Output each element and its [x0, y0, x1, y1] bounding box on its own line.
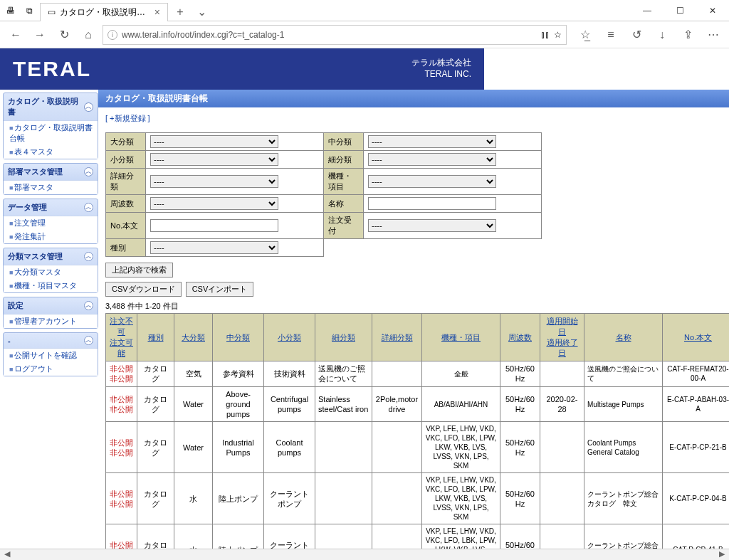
chevron-up-icon[interactable]: ︿	[84, 301, 93, 310]
sidebar-item[interactable]: カタログ・取扱説明書台帳	[4, 121, 98, 145]
close-icon[interactable]: ×	[154, 7, 160, 17]
sort-link[interactable]: 適用終了日	[547, 338, 578, 357]
sort-link[interactable]: 詳細分類	[382, 333, 413, 342]
chevron-up-icon[interactable]: ︿	[84, 167, 93, 176]
unpublish-link[interactable]: 非公開	[110, 438, 133, 447]
column-header: 名称	[584, 314, 663, 361]
home-button[interactable]: ⌂	[78, 25, 98, 45]
sidebar-item[interactable]: 大分類マスタ	[4, 265, 98, 279]
sidebar-item[interactable]: 機種・項目マスタ	[4, 279, 98, 292]
cell-publish: 非公開非公開	[106, 473, 137, 524]
downloads-icon[interactable]: ↓	[652, 25, 672, 45]
back-button[interactable]: ←	[6, 25, 26, 45]
sort-link[interactable]: 名称	[616, 333, 631, 342]
close-button[interactable]: ✕	[696, 0, 729, 21]
sidebar-section-header[interactable]: データ管理︿	[4, 199, 98, 216]
unpublish-link[interactable]: 非公開	[110, 364, 133, 373]
reading-list-icon[interactable]: ≡	[601, 25, 621, 45]
chevron-up-icon[interactable]: ︿	[84, 252, 93, 261]
unpublish-link[interactable]: 非公開	[110, 448, 133, 457]
input-name[interactable]	[368, 197, 496, 210]
select-shobunrui[interactable]: ----	[150, 153, 278, 166]
select-type[interactable]: ----	[150, 241, 278, 254]
select-hz[interactable]: ----	[150, 197, 278, 210]
info-icon[interactable]: i	[107, 30, 117, 40]
address-bar[interactable]: i www.teral.info/root/index.cgi?c=t_cata…	[103, 25, 567, 45]
sort-link[interactable]: 機種・項目	[441, 333, 481, 342]
cell: VKP, LFE, LHW, VKD, VKC, LFO, LBK, LPW, …	[422, 422, 500, 473]
chevron-up-icon[interactable]: ︿	[84, 336, 93, 345]
minimize-button[interactable]: —	[631, 0, 664, 21]
sort-link[interactable]: 大分類	[182, 333, 205, 342]
sidebar-item[interactable]: 発注集計	[4, 230, 98, 243]
select-chubunrui[interactable]: ----	[368, 135, 496, 148]
unpublish-link[interactable]: 非公開	[110, 374, 133, 383]
csv-download-button[interactable]: CSVダウンロード	[105, 282, 182, 297]
scroll-right-icon[interactable]: ▶	[719, 549, 725, 560]
unpublish-link[interactable]: 非公開	[110, 500, 133, 508]
reading-view-icon[interactable]: ⫿⫿	[541, 30, 550, 40]
select-shosaibunrui[interactable]: ----	[150, 175, 278, 188]
sort-link[interactable]: 注文可能	[110, 338, 133, 357]
chevron-up-icon[interactable]: ︿	[84, 102, 93, 112]
sidebar-item[interactable]: 公開サイトを確認	[4, 349, 98, 362]
select-daibunrui[interactable]: ----	[150, 135, 278, 148]
maximize-button[interactable]: ☐	[664, 0, 696, 21]
select-saibunrui[interactable]: ----	[368, 153, 496, 166]
forward-button[interactable]: →	[30, 25, 50, 45]
tab-chevron-icon[interactable]: ⌄	[192, 5, 211, 19]
unpublish-link[interactable]: 非公開	[110, 541, 133, 549]
more-icon[interactable]: ⋯	[703, 25, 723, 45]
sidebar-section-header[interactable]: 分類マスタ管理︿	[4, 248, 98, 265]
cell: 陸上ポンプ	[213, 473, 264, 524]
sort-link[interactable]: 注文不可	[110, 317, 133, 336]
table-row: 非公開非公開カタログ水陸上ポンプクーラントポンプVKP, LFE, LHW, V…	[106, 473, 730, 524]
refresh-button[interactable]: ↻	[54, 25, 74, 45]
sort-link[interactable]: 細分類	[332, 333, 355, 342]
sidebar-section-title: 部署マスタ管理	[8, 167, 63, 177]
search-button[interactable]: 上記内容で検索	[105, 263, 173, 278]
unpublish-link[interactable]: 非公開	[110, 490, 133, 498]
new-tab-button[interactable]: +	[171, 6, 189, 19]
sort-link[interactable]: 適用開始日	[547, 317, 578, 336]
select-kishu[interactable]: ----	[368, 175, 496, 188]
input-no[interactable]	[150, 219, 278, 232]
browser-tab[interactable]: ▭ カタログ・取扱説明書台帳 ×	[40, 3, 168, 21]
cell	[315, 473, 372, 524]
cell	[315, 422, 372, 473]
sidebar-section-header[interactable]: カタログ・取扱説明書︿	[4, 93, 98, 121]
sort-link[interactable]: No.本文	[684, 333, 712, 342]
sidebar-item[interactable]: ログアウト	[4, 362, 98, 376]
scroll-left-icon[interactable]: ◀	[4, 549, 10, 560]
unpublish-link[interactable]: 非公開	[110, 395, 133, 403]
sidebar-section-header[interactable]: 部署マスタ管理︿	[4, 164, 98, 181]
favorite-icon[interactable]: ☆	[554, 30, 562, 40]
select-order[interactable]: ----	[368, 219, 496, 232]
sidebar-item[interactable]: 部署マスタ	[4, 181, 98, 194]
cell-publish: 非公開非公開	[106, 361, 137, 387]
favorites-icon[interactable]: ☆̲	[575, 25, 595, 45]
url-text: www.teral.info/root/index.cgi?c=t_catalo…	[122, 30, 537, 40]
sidebar-section-header[interactable]: 設定︿	[4, 297, 98, 315]
cell: カタログ	[137, 422, 174, 473]
sort-link[interactable]: 中分類	[226, 333, 250, 342]
new-register-link[interactable]: [ +新規登録 ]	[105, 114, 150, 122]
cell: 参考資料	[213, 361, 264, 387]
share-icon[interactable]: ⇪	[678, 25, 698, 45]
chevron-up-icon[interactable]: ︿	[84, 203, 93, 212]
sort-link[interactable]: 小分類	[278, 333, 301, 342]
cell: 50Hz/60Hz	[500, 473, 540, 524]
cell: クーラントポンプ	[264, 473, 315, 524]
browser-navbar: ← → ↻ ⌂ i www.teral.info/root/index.cgi?…	[0, 21, 729, 48]
sort-link[interactable]: 周波数	[508, 333, 532, 342]
sidebar-section-header[interactable]: -︿	[4, 333, 98, 349]
sidebar-item[interactable]: 表４マスタ	[4, 145, 98, 159]
sidebar-item[interactable]: 管理者アカウント	[4, 315, 98, 328]
unpublish-link[interactable]: 非公開	[110, 405, 133, 413]
label-type: 種別	[106, 239, 146, 257]
history-icon[interactable]: ↺	[626, 25, 646, 45]
csv-import-button[interactable]: CSVインポート	[186, 282, 254, 297]
sort-link[interactable]: 種別	[148, 333, 164, 342]
sidebar-item[interactable]: 注文管理	[4, 216, 98, 230]
table-row: 非公開非公開カタログWaterAbove-ground pumpsCentrif…	[106, 386, 730, 422]
